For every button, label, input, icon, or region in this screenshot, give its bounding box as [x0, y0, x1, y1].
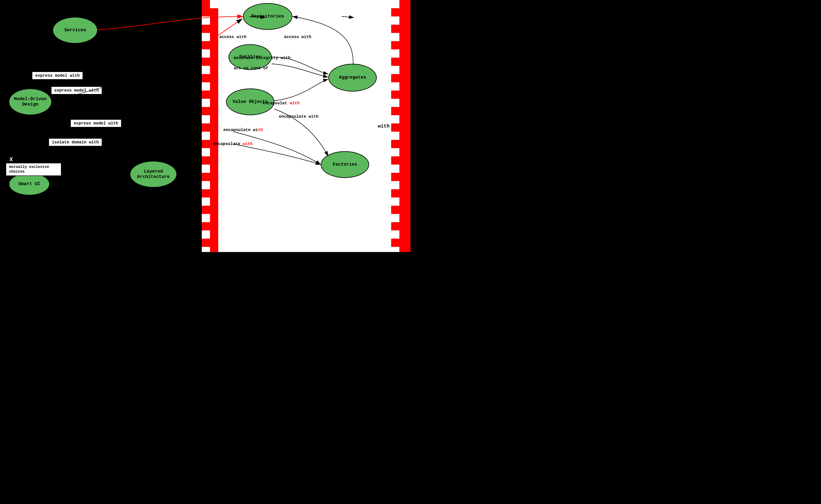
svg-rect-6 — [210, 33, 218, 41]
svg-rect-29 — [202, 222, 218, 230]
svg-rect-60 — [391, 222, 410, 230]
svg-rect-2 — [202, 0, 210, 8]
text-access-with2: access with — [284, 35, 311, 39]
svg-rect-11 — [202, 74, 218, 82]
mutually-exclusive-box: mutually exclusivechoices — [6, 163, 61, 176]
svg-rect-17 — [202, 123, 218, 132]
text-encapsulate4: encapsulate with — [213, 142, 253, 146]
svg-rect-26 — [210, 197, 218, 206]
left-section: Services Model-DrivenDesign Smart UI exp… — [0, 0, 202, 252]
oval-layered-arch: LayeredArchitecture — [130, 161, 177, 188]
svg-rect-48 — [391, 123, 410, 132]
svg-rect-23 — [202, 173, 218, 181]
svg-rect-55 — [399, 181, 410, 189]
svg-rect-54 — [391, 173, 410, 181]
svg-rect-36 — [391, 25, 410, 33]
svg-rect-5 — [202, 25, 218, 33]
svg-rect-35 — [399, 16, 410, 25]
svg-rect-61 — [399, 230, 410, 239]
oval-repositories: Repositories — [243, 3, 292, 30]
svg-rect-40 — [391, 58, 410, 66]
text-encapsulate2: encapsulate with — [279, 114, 319, 119]
svg-rect-43 — [399, 82, 410, 91]
svg-rect-56 — [391, 189, 410, 197]
svg-rect-14 — [210, 99, 218, 107]
svg-rect-46 — [391, 107, 410, 115]
svg-rect-31 — [202, 239, 218, 247]
text-act-as-root: act as root of — [234, 66, 268, 71]
svg-rect-44 — [391, 91, 410, 99]
text-maintain-integrity: maintain integrity with — [234, 56, 291, 60]
label-isolate-domain: isolate domain with — [49, 138, 102, 146]
svg-rect-53 — [399, 165, 410, 173]
svg-rect-47 — [399, 115, 410, 123]
svg-rect-63 — [399, 247, 410, 252]
svg-rect-34 — [391, 8, 410, 16]
svg-rect-25 — [202, 189, 218, 197]
svg-rect-21 — [202, 156, 218, 165]
svg-rect-45 — [399, 99, 410, 107]
svg-rect-50 — [391, 140, 410, 148]
svg-rect-22 — [210, 165, 218, 173]
svg-rect-12 — [210, 82, 218, 91]
svg-rect-62 — [391, 239, 410, 247]
svg-rect-49 — [399, 132, 410, 140]
svg-rect-13 — [202, 91, 218, 99]
svg-rect-15 — [202, 107, 218, 115]
svg-rect-33 — [399, 0, 410, 8]
svg-rect-58 — [391, 206, 410, 214]
svg-rect-51 — [399, 148, 410, 156]
svg-rect-37 — [399, 33, 410, 41]
svg-rect-7 — [202, 41, 218, 49]
svg-rect-20 — [210, 148, 218, 156]
text-access-with1: access with — [219, 35, 247, 39]
svg-rect-38 — [391, 41, 410, 49]
svg-rect-59 — [399, 214, 410, 222]
svg-rect-30 — [210, 230, 218, 239]
svg-rect-3 — [202, 8, 218, 16]
label-express3: express model with — [70, 119, 121, 127]
label-express2: express model with — [51, 86, 102, 94]
svg-rect-32 — [210, 247, 218, 252]
svg-rect-10 — [210, 66, 218, 74]
svg-rect-24 — [210, 181, 218, 189]
oval-model-driven: Model-DrivenDesign — [9, 88, 52, 115]
svg-rect-9 — [202, 58, 218, 66]
oval-aggregates: Aggregates — [328, 64, 377, 92]
svg-rect-57 — [399, 197, 410, 206]
svg-rect-41 — [399, 66, 410, 74]
oval-services: Services — [52, 17, 98, 44]
x-label: X — [9, 156, 13, 163]
svg-rect-52 — [391, 156, 410, 165]
label-express1: express model with — [32, 72, 83, 80]
oval-factories: Factories — [321, 151, 369, 178]
svg-rect-16 — [210, 115, 218, 123]
oval-smart-ui: Smart UI — [9, 173, 50, 195]
text-encapsulate1: encapsulat with — [263, 101, 300, 106]
svg-rect-8 — [210, 49, 218, 58]
svg-rect-18 — [210, 132, 218, 140]
svg-rect-42 — [391, 74, 410, 82]
text-encapsulate3: encapsulate with — [224, 128, 263, 132]
svg-rect-28 — [210, 214, 218, 222]
svg-rect-4 — [210, 16, 218, 25]
text-with: with — [378, 123, 390, 129]
svg-rect-39 — [399, 49, 410, 58]
diagram-container: Services Model-DrivenDesign Smart UI exp… — [0, 0, 410, 252]
svg-rect-27 — [202, 206, 218, 214]
